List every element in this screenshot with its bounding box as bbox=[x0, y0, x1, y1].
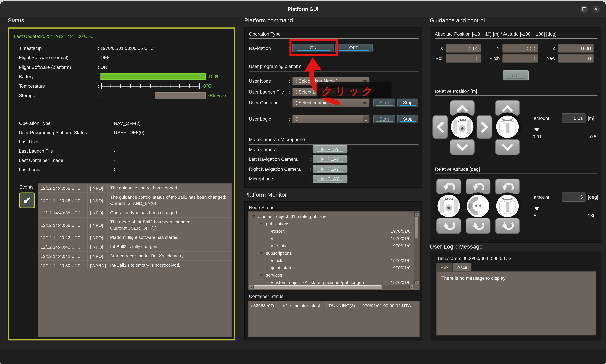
tree-row[interactable]: services bbox=[249, 271, 420, 279]
main-camera-label: Main Camera bbox=[249, 147, 277, 152]
flight-software-platform-value: : ON bbox=[98, 65, 107, 70]
event-row[interactable]: 12/12 14:40:42 UTC [INFO] Platform fligh… bbox=[38, 233, 232, 242]
roll-input[interactable] bbox=[446, 54, 481, 63]
navigation-off-button[interactable]: OFF bbox=[335, 44, 373, 52]
tree-row[interactable]: /rosout1970/01/0 bbox=[249, 227, 420, 234]
x-input[interactable] bbox=[446, 44, 481, 53]
main-camera-play-button[interactable]: PLAY bbox=[313, 145, 348, 153]
expander-icon[interactable] bbox=[252, 215, 256, 217]
tree-date: 1970/01/0 bbox=[391, 258, 413, 263]
container-row[interactable]: e32668e07c ib2_simulator:latest RUNNING(… bbox=[249, 301, 419, 310]
microphone-play-button[interactable]: PLAY bbox=[313, 175, 348, 183]
scroll-right-icon[interactable]: ▶ bbox=[409, 285, 414, 290]
event-row[interactable]: 12/12 14:40:58 UTC [INFO] The mode of In… bbox=[38, 218, 232, 233]
event-row[interactable]: 12/12 14:40:42 UTC [INFO] Int-Ball2 is f… bbox=[38, 242, 232, 252]
last-container-image-label: Last Container Image bbox=[19, 158, 63, 163]
node-status-tree[interactable]: /custom_object_01_state_publisher public… bbox=[248, 211, 420, 290]
event-level: [INFO] bbox=[88, 183, 108, 192]
ulm-message-area[interactable]: There is no message to display. bbox=[436, 271, 596, 336]
move-right-button[interactable] bbox=[477, 115, 492, 139]
left-nav-camera-label: Left Navigation Camera bbox=[249, 156, 297, 162]
scroll-left-icon[interactable]: ◀ bbox=[249, 285, 254, 290]
attitude-amount-slider[interactable] bbox=[534, 207, 540, 211]
event-message: Platform flight software has started. bbox=[108, 233, 232, 242]
close-button[interactable]: ✕ bbox=[593, 5, 600, 13]
tree-row[interactable]: publications bbox=[249, 220, 420, 227]
attitude-amount-label: amount: bbox=[534, 195, 551, 200]
go-button[interactable]: GO bbox=[503, 70, 529, 80]
tab-hex[interactable]: Hex bbox=[436, 263, 452, 271]
expander-icon[interactable] bbox=[259, 274, 263, 276]
section-divider bbox=[435, 174, 597, 174]
rotate-cw-icon bbox=[501, 221, 514, 231]
move-backward-button[interactable] bbox=[495, 139, 520, 155]
yaw-input[interactable] bbox=[558, 54, 594, 63]
events-checkbox[interactable]: ✔ bbox=[19, 193, 35, 208]
horizontal-scrollbar[interactable]: ◀ ▶ bbox=[249, 285, 414, 290]
roll-cw-button[interactable] bbox=[436, 218, 461, 234]
logic-start-button[interactable]: Start bbox=[373, 115, 395, 123]
last-logic-value: : 0 bbox=[111, 167, 116, 172]
position-amount-input[interactable] bbox=[562, 113, 586, 123]
platform-command-panel: Operation Type Navigation : ON OFF User … bbox=[244, 27, 423, 188]
yaw-right-button[interactable] bbox=[495, 218, 520, 234]
container-stop-button[interactable]: Stop bbox=[397, 99, 418, 107]
container-status-table[interactable]: e32668e07c ib2_simulator:latest RUNNING(… bbox=[248, 301, 420, 337]
tree-row[interactable]: /custom_object_01_state_publisher bbox=[249, 212, 420, 220]
node-status-label: Node Status: bbox=[249, 205, 276, 210]
move-down-button[interactable] bbox=[450, 139, 475, 155]
spin-up-icon[interactable]: ▲ bbox=[363, 116, 369, 119]
tree-row[interactable]: /clock1970/01/0 bbox=[249, 257, 420, 264]
temperature-gauge[interactable] bbox=[101, 83, 200, 90]
user-logic-spinbox[interactable]: 0 ▲▼ bbox=[292, 115, 370, 123]
move-left-button[interactable] bbox=[432, 115, 448, 139]
container-start-button[interactable]: Start bbox=[373, 99, 395, 107]
z-input[interactable] bbox=[558, 44, 594, 53]
tree-row[interactable]: /joint_states1970/01/0 bbox=[249, 264, 420, 271]
events-table[interactable]: 12/12 14:40:58 UTC [INFO] The guidance c… bbox=[38, 183, 232, 337]
y-input[interactable] bbox=[503, 44, 538, 53]
event-row[interactable]: 12/12 14:40:42 UTC [INFO] Started receiv… bbox=[38, 252, 232, 261]
chevron-left-icon bbox=[437, 121, 444, 133]
tree-row[interactable]: /tf1970/01/0 bbox=[249, 234, 420, 242]
position-amount-slider[interactable] bbox=[534, 128, 540, 132]
position-amount-label: amount: bbox=[534, 116, 551, 121]
left-nav-camera-play-button[interactable]: PLAY bbox=[313, 155, 348, 163]
tree-row[interactable]: subscriptions bbox=[249, 249, 420, 257]
attitude-amount-input[interactable] bbox=[562, 192, 586, 202]
position-slider-min: 0.01 bbox=[533, 134, 542, 140]
tab-ascii[interactable]: Ascii bbox=[453, 263, 472, 271]
expander-icon[interactable] bbox=[259, 252, 263, 254]
event-row-warning[interactable]: 12/12 14:40:30 UTC [WARN] Int-Ball2's te… bbox=[38, 261, 232, 270]
scrollbar-thumb[interactable] bbox=[415, 217, 418, 238]
pitch-down-button[interactable] bbox=[466, 218, 490, 234]
scroll-down-icon[interactable]: ▼ bbox=[414, 280, 419, 285]
event-row[interactable]: 12/12 14:40:58 UTC [INFO] Operation type… bbox=[38, 208, 232, 218]
maximize-button[interactable] bbox=[580, 5, 588, 13]
vertical-scrollbar[interactable] bbox=[414, 212, 419, 285]
event-time: 12/12 14:40:58 UTC bbox=[38, 208, 88, 217]
tree-row[interactable]: /tf_static1970/01/0 bbox=[249, 242, 420, 249]
play-label: PLAY bbox=[327, 176, 339, 182]
tree-label: /custom_object_01_state_publisher bbox=[258, 214, 328, 219]
container-timestamp: 1970/01/01 00:00:02 UTC bbox=[358, 301, 419, 310]
storage-free: 0% Free bbox=[208, 93, 226, 98]
logic-stop-button[interactable]: Stop bbox=[397, 115, 418, 123]
pitch-up-button[interactable] bbox=[466, 179, 490, 195]
spinbox-arrows[interactable]: ▲▼ bbox=[363, 116, 369, 122]
timestamp-value: : 1970/01/01 00:00:05 UTC bbox=[98, 46, 154, 51]
expander-icon[interactable] bbox=[259, 222, 263, 225]
user-logic-colon: : bbox=[289, 116, 290, 122]
scrollbar-thumb[interactable] bbox=[254, 285, 381, 289]
tree-label: /tf_static bbox=[271, 243, 288, 248]
yaw-left-button[interactable] bbox=[495, 179, 520, 195]
rotate-ccw-icon bbox=[501, 182, 514, 192]
scroll-up-icon[interactable]: ▲ bbox=[414, 212, 419, 217]
event-row[interactable]: 12/12 14:40:58 UTC [INFO] The guidance c… bbox=[38, 193, 232, 208]
pitch-input[interactable] bbox=[503, 54, 538, 63]
storage-bar bbox=[155, 92, 206, 99]
roll-ccw-button[interactable] bbox=[436, 179, 461, 195]
right-nav-camera-play-button[interactable]: PLAY bbox=[313, 165, 348, 173]
spin-down-icon[interactable]: ▼ bbox=[363, 119, 369, 122]
event-row[interactable]: 12/12 14:40:58 UTC [INFO] The guidance c… bbox=[38, 183, 232, 193]
